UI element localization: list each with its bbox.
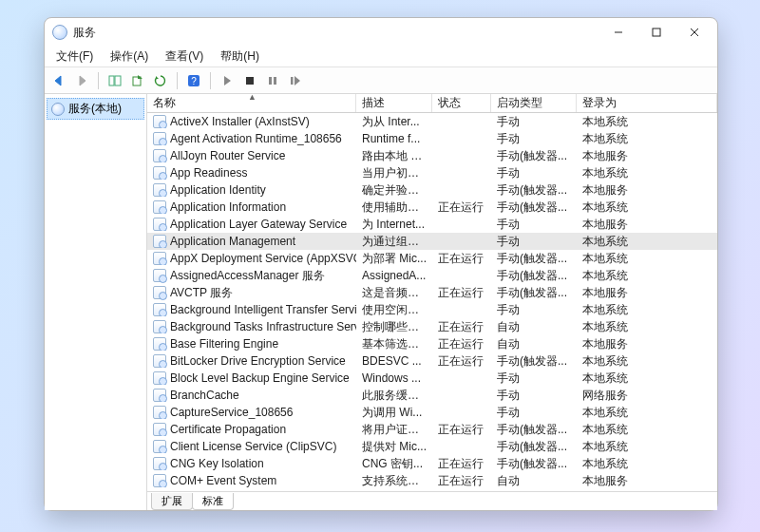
service-startup-type: 手动(触发器... <box>491 268 577 284</box>
tab-standard[interactable]: 标准 <box>192 493 234 510</box>
service-row[interactable]: Background Tasks Infrastructure Service控… <box>147 318 717 335</box>
service-row[interactable]: AssignedAccessManager 服务AssignedA...手动(触… <box>147 267 717 284</box>
stop-service-button[interactable] <box>239 70 260 91</box>
service-row[interactable]: Block Level Backup Engine ServiceWindows… <box>147 370 717 387</box>
svg-rect-12 <box>291 77 294 85</box>
service-icon <box>153 183 166 197</box>
menu-view[interactable]: 查看(V) <box>158 47 211 66</box>
content-area: 服务(本地) ▲ 名称 描述 状态 启动类型 登录为 ActiveX Insta… <box>45 94 717 510</box>
service-row[interactable]: Application Information使用辅助管...正在运行手动(触发… <box>147 199 717 216</box>
service-row[interactable]: Application Layer Gateway Service为 Inter… <box>147 216 717 233</box>
tree-root-services-local[interactable]: 服务(本地) <box>47 98 144 120</box>
service-logon-as: 网络服务 <box>577 388 717 404</box>
service-name: CaptureService_108656 <box>170 406 293 419</box>
service-row[interactable]: CaptureService_108656为调用 Wi...手动本地系统 <box>147 404 717 421</box>
service-row[interactable]: BitLocker Drive Encryption ServiceBDESVC… <box>147 352 717 370</box>
service-logon-as: 本地系统 <box>577 422 717 438</box>
menu-file[interactable]: 文件(F) <box>48 47 101 66</box>
service-startup-type: 手动 <box>491 405 577 421</box>
forward-button[interactable] <box>71 70 92 91</box>
service-name: CNG Key Isolation <box>170 457 264 470</box>
service-row[interactable]: Application Management为通过组策...手动本地系统 <box>147 233 717 250</box>
service-logon-as: 本地服务 <box>577 217 717 233</box>
back-button[interactable] <box>48 70 69 91</box>
column-headers: 名称 描述 状态 启动类型 登录为 <box>147 94 717 113</box>
service-row[interactable]: Certificate Propagation将用户证书...正在运行手动(触发… <box>147 421 717 438</box>
service-row[interactable]: AllJoyn Router Service路由本地 A...手动(触发器...… <box>147 147 717 164</box>
service-icon <box>153 149 166 162</box>
service-row[interactable]: ActiveX Installer (AxInstSV)为从 Inter...手… <box>147 113 717 130</box>
service-row[interactable]: Base Filtering Engine基本筛选引...正在运行自动本地服务 <box>147 335 717 352</box>
service-icon <box>153 371 166 385</box>
details-pane: ▲ 名称 描述 状态 启动类型 登录为 ActiveX Installer (A… <box>147 94 717 510</box>
column-description[interactable]: 描述 <box>356 94 432 112</box>
service-startup-type: 手动(触发器... <box>491 456 577 472</box>
service-startup-type: 手动 <box>491 234 577 250</box>
service-name: Certificate Propagation <box>170 423 286 436</box>
toolbar-separator <box>98 72 99 89</box>
help-button[interactable]: ? <box>183 70 204 91</box>
service-row[interactable]: CNG Key IsolationCNG 密钥...正在运行手动(触发器...本… <box>147 455 717 472</box>
services-list[interactable]: ActiveX Installer (AxInstSV)为从 Inter...手… <box>147 113 717 491</box>
service-icon <box>153 303 166 316</box>
svg-rect-1 <box>653 28 660 36</box>
column-startup-type[interactable]: 启动类型 <box>491 94 577 112</box>
minimize-button[interactable] <box>599 19 637 46</box>
service-status: 正在运行 <box>432 285 491 301</box>
service-row[interactable]: Application Identity确定并验证...手动(触发器...本地服… <box>147 181 717 199</box>
service-startup-type: 手动(触发器... <box>491 439 577 455</box>
service-description: 这是音频视... <box>356 285 432 301</box>
service-row[interactable]: Agent Activation Runtime_108656Runtime f… <box>147 130 717 147</box>
service-logon-as: 本地系统 <box>577 405 717 421</box>
service-logon-as: 本地系统 <box>577 251 717 267</box>
toolbar-separator <box>177 72 178 89</box>
service-name: AssignedAccessManager 服务 <box>170 268 325 284</box>
service-startup-type: 自动 <box>491 319 577 335</box>
service-icon <box>153 269 166 282</box>
svg-text:?: ? <box>191 76 197 86</box>
service-description: 基本筛选引... <box>356 336 432 352</box>
service-row[interactable]: AppX Deployment Service (AppXSVC)为部署 Mic… <box>147 250 717 267</box>
service-name: Application Identity <box>170 183 266 197</box>
service-description: 支持系统事... <box>356 473 432 489</box>
service-row[interactable]: App Readiness当用户初次...手动本地系统 <box>147 164 717 181</box>
column-logon-as[interactable]: 登录为 <box>577 94 717 112</box>
restart-service-button[interactable] <box>285 70 306 91</box>
service-name: BranchCache <box>170 389 239 402</box>
menu-action[interactable]: 操作(A) <box>103 47 156 66</box>
start-service-button[interactable] <box>217 70 238 91</box>
column-status[interactable]: 状态 <box>432 94 491 112</box>
menu-help[interactable]: 帮助(H) <box>213 47 267 66</box>
service-row[interactable]: Client License Service (ClipSVC)提供对 Mic.… <box>147 438 717 455</box>
service-description: 为从 Inter... <box>356 114 432 130</box>
service-name: Application Management <box>170 235 295 248</box>
service-name: COM+ Event System <box>170 474 276 487</box>
service-logon-as: 本地系统 <box>577 131 717 147</box>
service-name: Client License Service (ClipSVC) <box>170 440 336 453</box>
service-icon <box>153 406 166 419</box>
service-icon <box>153 200 166 214</box>
close-button[interactable] <box>675 19 713 46</box>
service-logon-as: 本地系统 <box>577 302 717 318</box>
service-name: Base Filtering Engine <box>170 337 278 351</box>
service-row[interactable]: BranchCache此服务缓存...手动网络服务 <box>147 387 717 404</box>
service-description: 将用户证书... <box>356 422 432 438</box>
refresh-button[interactable] <box>150 70 171 91</box>
service-logon-as: 本地系统 <box>577 114 717 130</box>
tab-extended[interactable]: 扩展 <box>151 493 193 510</box>
service-row[interactable]: COM+ Event System支持系统事...正在运行自动本地服务 <box>147 472 717 489</box>
service-row[interactable]: COM+ System Application管理基于组...手动本地系统 <box>147 489 717 491</box>
service-icon <box>153 440 166 453</box>
service-logon-as: 本地服务 <box>577 473 717 489</box>
service-name: Application Information <box>170 200 286 214</box>
pause-service-button[interactable] <box>262 70 283 91</box>
service-name: AVCTP 服务 <box>170 285 233 301</box>
svg-rect-10 <box>269 77 272 85</box>
service-row[interactable]: Background Intelligent Transfer Service使… <box>147 301 717 318</box>
export-list-button[interactable] <box>127 70 148 91</box>
service-startup-type: 手动(触发器... <box>491 182 577 199</box>
service-row[interactable]: AVCTP 服务这是音频视...正在运行手动(触发器...本地服务 <box>147 284 717 301</box>
service-name: Block Level Backup Engine Service <box>170 371 350 385</box>
show-hide-tree-button[interactable] <box>104 70 125 91</box>
maximize-button[interactable] <box>637 19 675 46</box>
